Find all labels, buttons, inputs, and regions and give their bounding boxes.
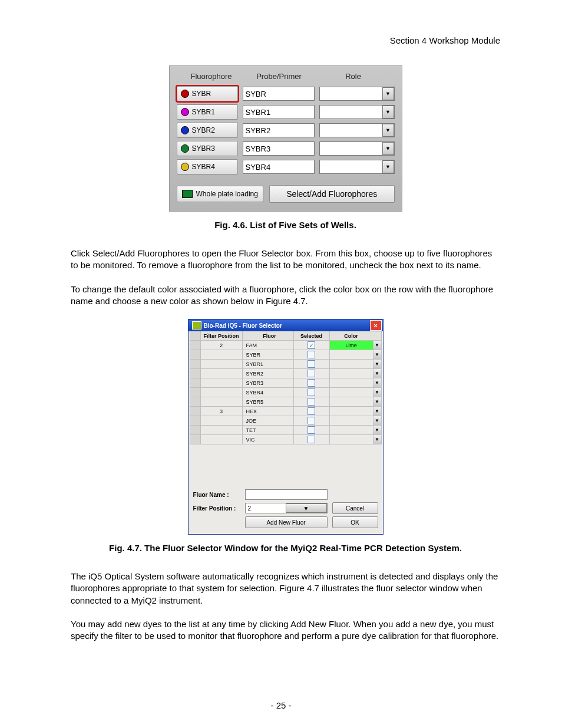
fluor-grid-row: JOE▼: [190, 416, 382, 426]
checkbox-icon[interactable]: [308, 417, 315, 424]
cell-color[interactable]: ▼: [330, 378, 382, 388]
color-dot-icon: [181, 126, 189, 134]
probe-primer-input[interactable]: SYBR: [243, 87, 315, 101]
whole-plate-loading-button[interactable]: Whole plate loading: [177, 186, 263, 202]
chevron-down-icon[interactable]: ▼: [286, 503, 327, 513]
cell-selected[interactable]: [294, 350, 330, 360]
row-selector[interactable]: [190, 388, 201, 397]
cell-selected[interactable]: [294, 360, 330, 369]
chevron-down-icon[interactable]: ▼: [373, 350, 381, 359]
cell-color[interactable]: ▼: [330, 435, 382, 444]
cell-color[interactable]: ▼: [330, 397, 382, 407]
row-selector[interactable]: [190, 350, 201, 360]
cell-color[interactable]: ▼: [330, 416, 382, 426]
cell-color[interactable]: Lime▼: [330, 341, 382, 350]
cell-color[interactable]: ▼: [330, 388, 382, 397]
checkbox-icon[interactable]: [308, 436, 315, 443]
checkbox-icon[interactable]: [308, 398, 315, 406]
cell-filter-position: [201, 350, 243, 360]
cell-color[interactable]: ▼: [330, 407, 382, 416]
cancel-button[interactable]: Cancel: [332, 502, 378, 514]
fluorophore-row: SYBR4SYBR4▼: [177, 159, 395, 174]
cell-selected[interactable]: [294, 407, 330, 416]
chevron-down-icon[interactable]: ▼: [382, 160, 394, 173]
select-add-fluorophores-button[interactable]: Select/Add Fluorophores: [269, 185, 395, 203]
close-icon[interactable]: ×: [370, 320, 382, 331]
row-selector[interactable]: [190, 341, 201, 350]
fluor-grid: Filter Position Fluor Selected Color 2FA…: [189, 331, 383, 444]
ok-button[interactable]: OK: [332, 516, 378, 528]
chevron-down-icon[interactable]: ▼: [373, 416, 381, 425]
cell-color[interactable]: ▼: [330, 369, 382, 378]
checkbox-icon[interactable]: [308, 370, 315, 377]
probe-primer-input[interactable]: SYBR3: [243, 141, 315, 156]
row-selector[interactable]: [190, 397, 201, 407]
color-dot-icon: [181, 163, 189, 171]
cell-color[interactable]: ▼: [330, 426, 382, 435]
role-select[interactable]: ▼: [319, 105, 395, 119]
chevron-down-icon[interactable]: ▼: [373, 407, 381, 416]
row-selector[interactable]: [190, 369, 201, 378]
chevron-down-icon[interactable]: ▼: [373, 426, 381, 434]
cell-fluor: VIC: [243, 435, 294, 444]
fluorophore-row: SYBR3SYBR3▼: [177, 141, 395, 156]
chevron-down-icon[interactable]: ▼: [382, 142, 394, 155]
chevron-down-icon[interactable]: ▼: [373, 341, 381, 350]
cell-selected[interactable]: [294, 426, 330, 435]
row-selector[interactable]: [190, 435, 201, 444]
fluorophore-swatch-button[interactable]: SYBR2: [177, 123, 238, 138]
checkbox-icon[interactable]: [308, 407, 315, 415]
add-new-fluor-button[interactable]: Add New Fluor: [245, 516, 328, 528]
cell-fluor: SYBR3: [243, 378, 294, 388]
cell-color[interactable]: ▼: [330, 350, 382, 360]
checkbox-icon[interactable]: [308, 379, 315, 387]
row-selector[interactable]: [190, 407, 201, 416]
fluor-name-label: Fluor Name :: [193, 492, 240, 498]
cell-selected[interactable]: [294, 378, 330, 388]
cell-selected[interactable]: [294, 388, 330, 397]
checkbox-icon[interactable]: [308, 351, 315, 358]
role-select[interactable]: ▼: [319, 141, 395, 156]
fluor-name-input[interactable]: [245, 489, 328, 500]
probe-primer-input[interactable]: SYBR1: [243, 105, 315, 119]
color-dot-icon: [181, 144, 189, 153]
whole-plate-label: Whole plate loading: [196, 190, 258, 198]
chevron-down-icon[interactable]: ▼: [373, 435, 381, 444]
row-selector[interactable]: [190, 426, 201, 435]
probe-primer-input[interactable]: SYBR2: [243, 123, 315, 137]
chevron-down-icon[interactable]: ▼: [382, 87, 394, 100]
chevron-down-icon[interactable]: ▼: [373, 360, 381, 368]
paragraph: To change the default color associated w…: [71, 284, 500, 308]
checkbox-icon[interactable]: ✓: [308, 341, 315, 349]
chevron-down-icon[interactable]: ▼: [373, 378, 381, 387]
cell-selected[interactable]: [294, 416, 330, 426]
dialog-titlebar[interactable]: Bio-Rad iQ5 - Fluor Selector ×: [189, 319, 383, 331]
cell-filter-position: [201, 435, 243, 444]
fluorophore-swatch-button[interactable]: SYBR: [177, 86, 238, 101]
cell-selected[interactable]: ✓: [294, 341, 330, 350]
chevron-down-icon[interactable]: ▼: [373, 397, 381, 406]
row-selector[interactable]: [190, 378, 201, 388]
checkbox-icon[interactable]: [308, 360, 315, 368]
role-select[interactable]: ▼: [319, 87, 395, 101]
chevron-down-icon[interactable]: ▼: [373, 369, 381, 378]
chevron-down-icon[interactable]: ▼: [373, 388, 381, 397]
probe-primer-input[interactable]: SYBR4: [243, 160, 315, 174]
row-selector[interactable]: [190, 416, 201, 426]
fluorophore-swatch-button[interactable]: SYBR4: [177, 159, 238, 174]
checkbox-icon[interactable]: [308, 388, 315, 396]
role-select[interactable]: ▼: [319, 160, 395, 174]
role-select[interactable]: ▼: [319, 123, 395, 137]
checkbox-icon[interactable]: [308, 426, 315, 434]
row-selector[interactable]: [190, 360, 201, 369]
paragraph: The iQ5 Optical System software automati…: [71, 571, 500, 607]
chevron-down-icon[interactable]: ▼: [382, 106, 394, 118]
cell-selected[interactable]: [294, 397, 330, 407]
chevron-down-icon[interactable]: ▼: [382, 124, 394, 137]
cell-selected[interactable]: [294, 369, 330, 378]
fluorophore-swatch-button[interactable]: SYBR1: [177, 104, 238, 120]
fluorophore-swatch-button[interactable]: SYBR3: [177, 141, 238, 156]
filter-position-select[interactable]: 2 ▼: [245, 503, 328, 513]
cell-color[interactable]: ▼: [330, 360, 382, 369]
cell-selected[interactable]: [294, 435, 330, 444]
